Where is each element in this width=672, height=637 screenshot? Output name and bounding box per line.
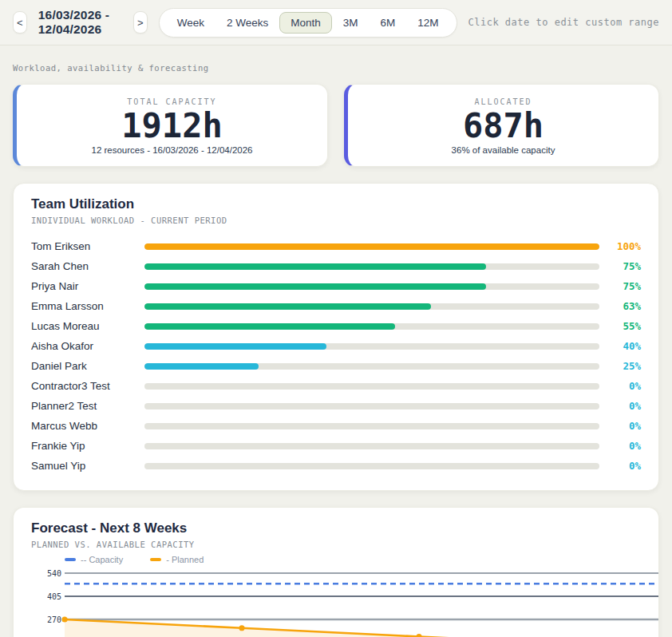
resource-name: Contractor3 Test bbox=[31, 380, 144, 392]
planned-point-1 bbox=[239, 625, 244, 631]
resource-name: Samuel Yip bbox=[31, 460, 144, 472]
chart-legend: -- Capacity - Planned bbox=[65, 555, 204, 564]
utilization-percent: 75% bbox=[599, 280, 641, 292]
stat-card: ALLOCATED 687h 36% of available capacity bbox=[344, 84, 659, 167]
forecast-chart: -- Capacity - Planned 540405270 bbox=[14, 560, 658, 637]
stat-card: TOTAL CAPACITY 1912h 12 resources - 16/0… bbox=[13, 84, 328, 167]
utilization-bar-track[interactable] bbox=[144, 363, 599, 370]
utilization-bar-fill bbox=[144, 343, 326, 350]
stat-label: ALLOCATED bbox=[356, 97, 650, 106]
utilization-subtitle: INDIVIDUAL WORKLOAD - CURRENT PERIOD bbox=[31, 216, 641, 225]
utilization-row: Marcus Webb 0% bbox=[31, 416, 641, 436]
utilization-row: Lucas Moreau 55% bbox=[31, 316, 641, 336]
topbar: < 16/03/2026 - 12/04/2026 > Week2 WeeksM… bbox=[0, 0, 672, 46]
utilization-row: Tom Eriksen 100% bbox=[31, 236, 641, 256]
legend-swatch-icon bbox=[65, 558, 76, 561]
planned-point-2 bbox=[416, 634, 421, 637]
period-option-2-weeks[interactable]: 2 Weeks bbox=[215, 12, 279, 34]
utilization-row: Samuel Yip 0% bbox=[31, 456, 641, 476]
resource-name: Sarah Chen bbox=[31, 260, 144, 272]
forecast-title: Forecast - Next 8 Weeks bbox=[31, 520, 641, 536]
custom-range-hint: Click date to edit custom range bbox=[468, 17, 659, 28]
page-subtitle: Workload, availability & forecasting bbox=[13, 63, 659, 73]
utilization-bar-track[interactable] bbox=[144, 383, 599, 390]
forecast-panel: Forecast - Next 8 Weeks PLANNED VS. AVAI… bbox=[13, 507, 659, 637]
period-option-3m[interactable]: 3M bbox=[332, 12, 370, 34]
planned-point-0 bbox=[61, 617, 67, 623]
utilization-row: Emma Larsson 63% bbox=[31, 296, 641, 316]
legend-label: - Planned bbox=[166, 555, 204, 564]
utilization-bar-fill bbox=[144, 283, 486, 290]
utilization-bar-track[interactable] bbox=[144, 243, 599, 250]
utilization-row: Sarah Chen 75% bbox=[31, 256, 641, 276]
utilization-percent: 25% bbox=[599, 360, 641, 372]
utilization-percent: 0% bbox=[599, 420, 641, 432]
utilization-bar-track[interactable] bbox=[144, 323, 599, 330]
resource-name: Aisha Okafor bbox=[31, 340, 144, 352]
stat-sub: 36% of available capacity bbox=[356, 145, 650, 155]
utilization-bar-track[interactable] bbox=[144, 303, 599, 310]
resource-name: Lucas Moreau bbox=[31, 320, 144, 332]
resource-name: Priya Nair bbox=[31, 280, 144, 292]
stats-row: TOTAL CAPACITY 1912h 12 resources - 16/0… bbox=[13, 84, 659, 167]
period-option-month[interactable]: Month bbox=[279, 12, 332, 34]
prev-period-button[interactable]: < bbox=[13, 11, 27, 34]
utilization-rows: Tom Eriksen 100% Sarah Chen 75% Priya Na… bbox=[31, 236, 641, 476]
planned-area bbox=[65, 619, 596, 637]
stat-label: TOTAL CAPACITY bbox=[25, 97, 319, 106]
stat-value: 1912h bbox=[25, 108, 319, 144]
period-option-6m[interactable]: 6M bbox=[369, 12, 406, 34]
legend-item: -- Capacity bbox=[65, 555, 123, 564]
date-range-label[interactable]: 16/03/2026 - 12/04/2026 bbox=[38, 8, 122, 37]
utilization-bar-track[interactable] bbox=[144, 283, 599, 290]
utilization-bar-fill bbox=[144, 243, 599, 250]
utilization-bar-fill bbox=[144, 363, 259, 370]
resource-name: Marcus Webb bbox=[31, 420, 144, 432]
utilization-percent: 0% bbox=[599, 460, 641, 472]
forecast-subtitle: PLANNED VS. AVAILABLE CAPACITY bbox=[31, 540, 641, 549]
resource-name: Tom Eriksen bbox=[31, 240, 144, 252]
utilization-bar-fill bbox=[144, 323, 395, 330]
resource-name: Emma Larsson bbox=[31, 300, 144, 312]
utilization-percent: 63% bbox=[599, 300, 641, 312]
ytick-270: 270 bbox=[47, 615, 61, 624]
resource-name: Daniel Park bbox=[31, 360, 144, 372]
utilization-percent: 100% bbox=[599, 240, 641, 252]
utilization-row: Contractor3 Test 0% bbox=[31, 376, 641, 396]
forecast-chart-svg[interactable]: 540405270 bbox=[14, 567, 660, 637]
utilization-bar-track[interactable] bbox=[144, 343, 599, 350]
utilization-row: Aisha Okafor 40% bbox=[31, 336, 641, 356]
period-option-12m[interactable]: 12M bbox=[406, 12, 449, 34]
period-option-week[interactable]: Week bbox=[166, 12, 215, 34]
legend-label: -- Capacity bbox=[81, 555, 123, 564]
team-utilization-panel: Team Utilization INDIVIDUAL WORKLOAD - C… bbox=[13, 183, 659, 491]
next-period-button[interactable]: > bbox=[133, 11, 148, 34]
utilization-bar-track[interactable] bbox=[144, 263, 599, 270]
utilization-row: Planner2 Test 0% bbox=[31, 396, 641, 416]
utilization-row: Daniel Park 25% bbox=[31, 356, 641, 376]
resource-name: Planner2 Test bbox=[31, 400, 144, 412]
ytick-540: 540 bbox=[47, 569, 61, 578]
utilization-bar-track[interactable] bbox=[144, 403, 599, 410]
utilization-percent: 40% bbox=[599, 340, 641, 352]
utilization-row: Priya Nair 75% bbox=[31, 276, 641, 296]
utilization-title: Team Utilization bbox=[31, 196, 641, 212]
utilization-bar-fill bbox=[144, 303, 431, 310]
resource-name: Frankie Yip bbox=[31, 440, 144, 452]
legend-item: - Planned bbox=[150, 555, 204, 564]
utilization-percent: 55% bbox=[599, 320, 641, 332]
utilization-percent: 75% bbox=[599, 260, 641, 272]
utilization-bar-track[interactable] bbox=[144, 443, 599, 449]
utilization-bar-track[interactable] bbox=[144, 463, 599, 469]
utilization-percent: 0% bbox=[599, 400, 641, 412]
utilization-percent: 0% bbox=[599, 380, 641, 392]
utilization-bar-fill bbox=[144, 263, 486, 270]
ytick-405: 405 bbox=[47, 592, 61, 601]
legend-swatch-icon bbox=[150, 558, 161, 561]
utilization-row: Frankie Yip 0% bbox=[31, 436, 641, 456]
period-selector: Week2 WeeksMonth3M6M12M bbox=[159, 8, 457, 38]
stat-value: 687h bbox=[356, 108, 650, 144]
stat-sub: 12 resources - 16/03/2026 - 12/04/2026 bbox=[25, 145, 319, 155]
utilization-percent: 0% bbox=[599, 440, 641, 452]
utilization-bar-track[interactable] bbox=[144, 423, 599, 429]
